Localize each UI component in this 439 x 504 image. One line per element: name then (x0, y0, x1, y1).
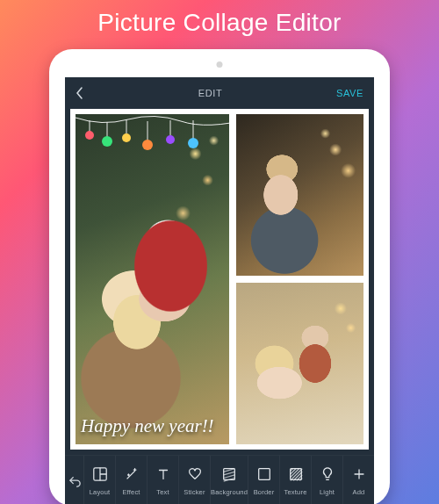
tool-label: Border (254, 488, 275, 496)
collage-caption: Happy new year!! (81, 415, 224, 437)
tool-effect[interactable]: Effect (115, 456, 147, 504)
tool-background[interactable]: Background (210, 456, 248, 504)
tool-sticker[interactable]: Sticker (178, 456, 210, 504)
svg-rect-16 (258, 468, 270, 479)
tool-light[interactable]: Light (311, 456, 342, 504)
top-bar: EDIT SAVE (65, 77, 374, 109)
bottom-toolbar: Layout Effect Text (65, 455, 374, 504)
tablet-frame: EDIT SAVE (49, 49, 390, 504)
tool-layout[interactable]: Layout (84, 456, 115, 504)
photo-1 (76, 114, 229, 444)
collage-cell-2[interactable] (236, 114, 363, 276)
tool-label: Effect (122, 488, 140, 496)
tool-label: Light (320, 488, 335, 496)
save-button[interactable]: SAVE (336, 88, 363, 98)
tool-label: Text (156, 488, 169, 496)
promo-stage: Picture Collage Editor EDIT SAVE (0, 0, 439, 504)
border-icon (256, 466, 272, 484)
background-icon (221, 466, 237, 484)
tools-strip: Layout Effect Text (84, 456, 374, 504)
promo-title: Picture Collage Editor (0, 9, 439, 37)
texture-icon (288, 466, 304, 484)
tool-border[interactable]: Border (248, 456, 279, 504)
tool-label: Add (353, 488, 365, 496)
plus-icon (351, 466, 367, 484)
wand-icon (124, 466, 140, 484)
photo-2 (236, 114, 363, 276)
photo-3 (236, 283, 363, 444)
collage-canvas[interactable]: Happy new year!! (70, 109, 369, 450)
heart-icon (187, 466, 203, 484)
collage-cell-1[interactable]: Happy new year!! (76, 114, 229, 444)
back-icon[interactable] (76, 87, 84, 99)
text-icon (155, 466, 171, 484)
tool-label: Texture (284, 488, 307, 496)
tool-label: Layout (90, 488, 111, 496)
app-screen: EDIT SAVE (65, 77, 374, 504)
page-title: EDIT (84, 88, 336, 98)
layout-icon (92, 466, 108, 484)
tool-add[interactable]: Add (342, 456, 374, 504)
canvas-wrap: Happy new year!! (65, 109, 374, 455)
device-camera (217, 61, 223, 68)
collage-grid: Happy new year!! (76, 114, 363, 444)
light-icon (320, 466, 335, 484)
undo-button[interactable] (65, 456, 84, 504)
collage-cell-3[interactable] (236, 283, 363, 444)
tool-label: Background (211, 488, 248, 496)
tool-text[interactable]: Text (147, 456, 178, 504)
tool-label: Sticker (184, 488, 205, 496)
tool-texture[interactable]: Texture (279, 456, 311, 504)
